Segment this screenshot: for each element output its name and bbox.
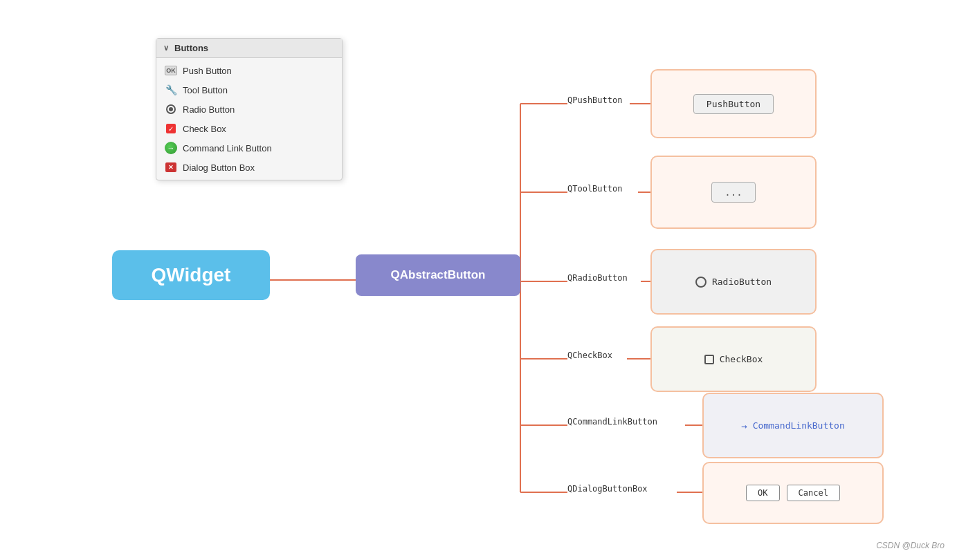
dialogbuttonbox-box: OK Cancel: [702, 462, 884, 524]
dialogbox-preview: OK Cancel: [746, 485, 840, 501]
panel-item-dialogbox[interactable]: ✕ Dialog Button Box: [156, 158, 342, 177]
pushbutton-box: PushButton: [650, 69, 817, 138]
toolbutton-label: Tool Button: [183, 85, 228, 95]
panel-item-radiobutton[interactable]: Radio Button: [156, 100, 342, 119]
radiobutton-label: Radio Button: [183, 104, 235, 115]
cmdlink-icon: →: [165, 142, 177, 154]
label-qpushbutton: QPushButton: [567, 95, 622, 105]
cmdlink-preview: → CommandLinkButton: [741, 420, 845, 431]
radio-circle-icon: [695, 277, 707, 288]
checkbox-preview: CheckBox: [704, 354, 763, 364]
pushbutton-preview: PushButton: [693, 94, 774, 114]
toolbutton-box: ...: [650, 156, 817, 229]
label-qdialogbuttonbox: QDialogButtonBox: [567, 484, 648, 494]
panel-item-cmdlink[interactable]: → Command Link Button: [156, 138, 342, 158]
panel-item-checkbox[interactable]: ✓ Check Box: [156, 119, 342, 138]
panel-header: ∨ Buttons: [156, 39, 342, 58]
qabstractbutton-box: QAbstractButton: [356, 254, 520, 296]
watermark: CSDN @Duck Bro: [876, 541, 945, 550]
radiobutton-icon: [165, 103, 177, 115]
cancel-button[interactable]: Cancel: [787, 485, 840, 501]
checkbox-icon: ✓: [165, 122, 177, 135]
pushbutton-icon: OK: [165, 64, 177, 77]
dialogbox-icon: ✕: [165, 161, 177, 174]
toolbutton-preview: ...: [711, 182, 755, 203]
checkbox-box: CheckBox: [650, 326, 817, 392]
toolbutton-icon: 🔧: [165, 84, 177, 96]
check-square-icon: [704, 355, 714, 364]
panel-title: Buttons: [174, 43, 208, 53]
checkbox-label: Check Box: [183, 124, 226, 134]
panel-items: OK Push Button 🔧 Tool Button Radio Butto…: [156, 58, 342, 180]
pushbutton-label: Push Button: [183, 66, 232, 76]
label-qcheckbox: QCheckBox: [567, 351, 612, 360]
label-qradiobutton: QRadioButton: [567, 273, 628, 283]
panel-item-pushbutton[interactable]: OK Push Button: [156, 61, 342, 80]
panel-item-toolbutton[interactable]: 🔧 Tool Button: [156, 80, 342, 100]
radiobutton-preview: RadioButton: [695, 277, 772, 288]
radiobutton-box: RadioButton: [650, 249, 817, 315]
ok-button[interactable]: OK: [746, 485, 779, 501]
qwidget-label: QWidget: [152, 264, 231, 286]
qabstractbutton-label: QAbstractButton: [391, 268, 486, 282]
widget-panel: ∨ Buttons OK Push Button 🔧 Tool Button R…: [156, 38, 343, 180]
cmdlink-label: Command Link Button: [183, 143, 272, 153]
qwidget-box: QWidget: [112, 250, 270, 300]
cmd-arrow-icon: →: [741, 420, 747, 431]
dialogbox-label: Dialog Button Box: [183, 162, 255, 173]
label-qtoolbutton: QToolButton: [567, 184, 622, 194]
collapse-chevron[interactable]: ∨: [163, 44, 169, 53]
cmdlinkbutton-box: → CommandLinkButton: [702, 393, 884, 458]
label-qcommandlinkbutton: QCommandLinkButton: [567, 417, 657, 427]
